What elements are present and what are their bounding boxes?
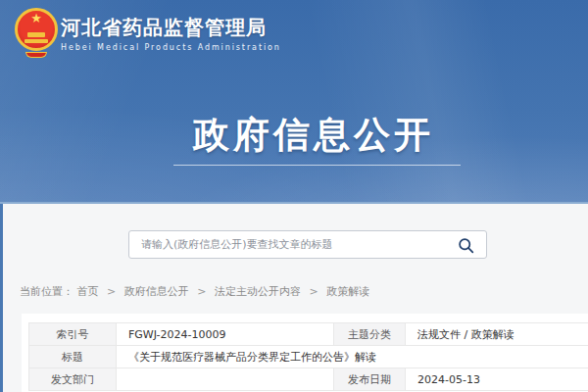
publish-date-label: 发布日期 [334,368,406,391]
breadcrumb-separator: > [107,285,116,298]
site-logo-text[interactable]: 河北省药品监督管理局 Hebei Medical Products Admini… [61,15,281,52]
search-box [128,230,487,259]
topic-category-label: 主题分类 [334,323,406,346]
breadcrumb-item-gov-info[interactable]: 政府信息公开 [124,285,189,298]
emblem-star-icon: ★ [14,12,59,24]
search-icon[interactable] [458,237,474,254]
document-meta-table: 索引号 FGWJ-2024-10009 主题分类 法规文件 / 政策解读 标题 … [28,322,588,391]
document-meta-card: 索引号 FGWJ-2024-10009 主题分类 法规文件 / 政策解读 标题 … [22,314,588,392]
table-row: 发文部门 发布日期 2024-05-13 [29,368,588,391]
index-number-label: 索引号 [29,323,117,346]
breadcrumb-item-home[interactable]: 首页 [77,285,99,298]
table-row: 标题 《关于规范医疗器械产品分类界定工作的公告》解读 [29,346,588,368]
title-value: 《关于规范医疗器械产品分类界定工作的公告》解读 [117,346,588,368]
breadcrumb-separator: > [197,285,206,298]
search-input[interactable] [129,231,486,258]
title-label: 标题 [29,346,117,368]
issuing-department-label: 发文部门 [29,368,117,391]
topic-category-value: 法规文件 / 政策解读 [406,323,588,346]
emblem-ribbon [25,52,47,58]
issuing-department-value [117,368,334,391]
page-title: 政府信息公开 [39,111,588,160]
org-name-en: Hebei Medical Products Administration [61,43,281,52]
breadcrumb-item-disclosure-content[interactable]: 法定主动公开内容 [215,285,301,298]
emblem-gate-icon [27,32,45,37]
table-row: 索引号 FGWJ-2024-10009 主题分类 法规文件 / 政策解读 [29,323,588,346]
page-title-underline [173,165,461,166]
breadcrumb: 当前位置： 首页 > 政府信息公开 > 法定主动公开内容 > 政策解读 [20,284,369,299]
breadcrumb-item-current: 政策解读 [326,285,369,298]
page: ★ 河北省药品监督管理局 Hebei Medical Products Admi… [0,0,588,392]
index-number-value: FGWJ-2024-10009 [117,323,334,346]
emblem-gate-base [24,39,48,43]
org-name-cn: 河北省药品监督管理局 [61,15,281,40]
breadcrumb-separator: > [309,285,318,298]
site-banner: ★ 河北省药品监督管理局 Hebei Medical Products Admi… [0,0,588,204]
breadcrumb-label: 当前位置： [20,285,74,298]
publish-date-value: 2024-05-13 [406,368,588,391]
national-emblem-icon: ★ [14,7,59,60]
